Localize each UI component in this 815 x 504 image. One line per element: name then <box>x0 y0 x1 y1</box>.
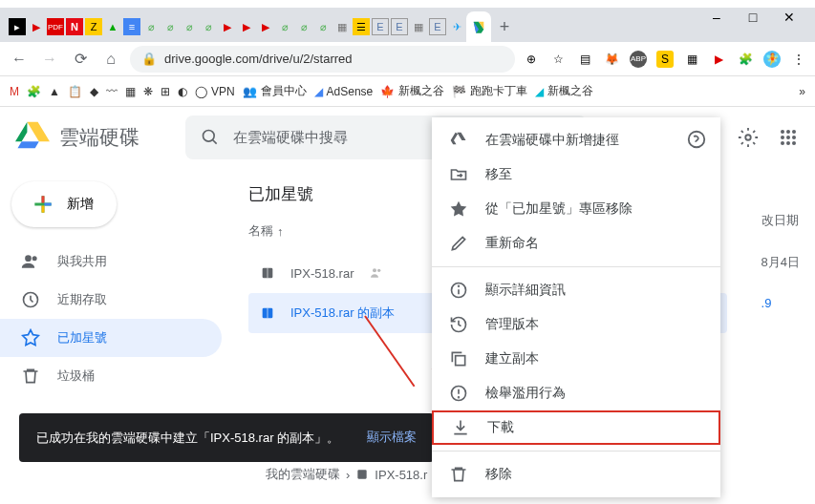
tab-favicon[interactable]: ▦ <box>410 18 427 35</box>
svg-point-24 <box>459 285 460 286</box>
tab-favicon[interactable]: ⌀ <box>142 18 160 35</box>
ctx-move[interactable]: 移至 <box>432 158 720 192</box>
ext-icon[interactable]: ▶ <box>710 51 727 68</box>
help-icon[interactable] <box>686 129 707 150</box>
tab-favicon[interactable]: N <box>66 18 83 35</box>
bookmark-item[interactable]: 〰 <box>106 85 118 98</box>
trash-icon <box>449 465 468 484</box>
bookmark-item[interactable]: 🧩 <box>27 85 41 98</box>
tab-favicon[interactable]: ▲ <box>104 18 121 35</box>
info-icon <box>449 281 468 300</box>
drive-logo[interactable]: 雲端硬碟 <box>15 120 139 155</box>
tab-favicon[interactable]: Z <box>85 18 102 35</box>
svg-point-8 <box>792 136 796 139</box>
svg-point-21 <box>689 132 705 148</box>
sidebar-item-trash[interactable]: 垃圾桶 <box>0 357 222 395</box>
tab-favicon[interactable]: ⌀ <box>161 18 179 35</box>
star-icon[interactable]: ☆ <box>549 51 567 68</box>
ctx-label: 在雲端硬碟中新增捷徑 <box>485 132 619 149</box>
settings-icon[interactable] <box>737 126 760 149</box>
separator <box>432 266 720 267</box>
sidebar-item-starred[interactable]: 已加星號 <box>0 319 222 357</box>
tab-favicon[interactable]: ✈ <box>448 18 465 35</box>
tab-favicon[interactable]: ☰ <box>353 18 370 35</box>
ctx-rename[interactable]: 重新命名 <box>432 226 720 261</box>
ext-icon[interactable]: 🧚 <box>763 51 781 68</box>
bookmark-more[interactable]: » <box>799 85 805 98</box>
ctx-report[interactable]: 檢舉濫用行為 <box>432 376 720 410</box>
bookmark-item[interactable]: ◯VPN <box>195 85 235 98</box>
folder-move-icon <box>449 165 468 184</box>
new-button[interactable]: 新增 <box>11 181 117 227</box>
tab-favicon[interactable]: ▶ <box>219 18 236 35</box>
tab-favicon[interactable]: ⌀ <box>200 18 217 35</box>
tab-favicon[interactable]: ⌀ <box>314 18 332 35</box>
breadcrumb-root[interactable]: 我的雲端硬碟 <box>266 466 340 483</box>
bookmark-item[interactable]: ⊞ <box>161 85 170 98</box>
tab-favicon[interactable]: ▶ <box>28 18 45 35</box>
ctx-shortcut[interactable]: 在雲端硬碟中新增捷徑 <box>432 123 720 158</box>
menu-icon[interactable]: ⋮ <box>790 51 807 68</box>
archive-icon <box>355 468 369 481</box>
drive-title: 雲端硬碟 <box>59 124 139 151</box>
add-icon[interactable]: ⊕ <box>523 51 540 68</box>
download-icon <box>451 418 470 437</box>
tab-favicon[interactable]: ⌀ <box>181 18 198 35</box>
tab-favicon[interactable]: E <box>429 18 446 35</box>
bookmark-item[interactable]: 📋 <box>68 85 82 98</box>
bookmark-item[interactable]: 👥會員中心 <box>243 83 307 99</box>
column-date[interactable]: 改日期 <box>761 212 800 229</box>
home-button[interactable]: ⌂ <box>99 48 122 71</box>
bookmark-item[interactable]: M <box>10 85 19 98</box>
ctx-label: 檢舉濫用行為 <box>485 385 566 402</box>
ctx-label: 建立副本 <box>485 350 539 368</box>
back-button[interactable]: ← <box>8 48 31 71</box>
sidebar-item-recent[interactable]: 近期存取 <box>0 281 222 319</box>
tab-favicon[interactable]: E <box>372 18 389 35</box>
tab-favicon[interactable]: E <box>391 18 408 35</box>
bookmark-item[interactable]: 🏁跑跑卡丁車 <box>452 83 527 99</box>
active-tab[interactable] <box>466 11 491 42</box>
new-tab-button[interactable]: + <box>491 13 518 40</box>
window-close[interactable]: ✕ <box>783 10 796 25</box>
bookmark-item[interactable]: ▲ <box>49 85 60 98</box>
ext-icon[interactable]: ABP <box>630 51 647 68</box>
bookmark-item[interactable]: ▦ <box>125 85 136 98</box>
ext-icon[interactable]: 🦊 <box>603 51 620 68</box>
url-field[interactable]: 🔒 drive.google.com/drive/u/2/starred <box>130 46 515 73</box>
tab-favicon[interactable]: ⌀ <box>295 18 312 35</box>
ext-icon[interactable]: S <box>656 51 674 68</box>
sidebar-item-shared[interactable]: 與我共用 <box>0 242 222 281</box>
tab-favicon[interactable]: ▦ <box>333 18 351 35</box>
reload-button[interactable]: ⟳ <box>69 48 92 71</box>
ctx-remove[interactable]: 移除 <box>432 457 720 492</box>
ctx-copy[interactable]: 建立副本 <box>432 342 720 376</box>
tab-favicon[interactable]: ⌀ <box>276 18 293 35</box>
breadcrumb-file: IPX-518.r <box>375 468 427 482</box>
tab-favicon[interactable]: ≡ <box>123 18 140 35</box>
ext-icon[interactable]: ▦ <box>683 51 700 68</box>
ctx-details[interactable]: 顯示詳細資訊 <box>432 273 720 307</box>
ext-icon[interactable]: ▤ <box>576 51 593 68</box>
tab-favicon[interactable]: PDF <box>47 18 64 35</box>
tab-favicon[interactable]: ▶ <box>238 18 255 35</box>
bookmark-item[interactable]: ◐ <box>178 85 187 98</box>
forward-button[interactable]: → <box>38 48 61 71</box>
ctx-unstar[interactable]: 從「已加星號」專區移除 <box>432 192 720 226</box>
bookmark-item[interactable]: ❋ <box>143 85 153 98</box>
tab-favicon[interactable]: ▸ <box>9 18 26 35</box>
ctx-download[interactable]: 下載 <box>432 410 720 445</box>
bookmark-item[interactable]: ◢AdSense <box>314 85 374 98</box>
svg-point-2 <box>745 135 751 140</box>
window-minimize[interactable]: – <box>710 10 723 25</box>
bookmark-item[interactable]: 🍁新楓之谷 <box>380 83 444 99</box>
toast-action[interactable]: 顯示檔案 <box>367 429 417 446</box>
lock-icon: 🔒 <box>141 52 157 66</box>
apps-icon[interactable] <box>777 126 800 149</box>
bookmark-item[interactable]: ◆ <box>90 85 98 98</box>
window-maximize[interactable]: □ <box>746 10 760 25</box>
ctx-versions[interactable]: 管理版本 <box>432 307 720 342</box>
tab-favicon[interactable]: ▶ <box>257 18 274 35</box>
ext-icon[interactable]: 🧩 <box>737 51 754 68</box>
bookmark-item[interactable]: ◢新楓之谷 <box>535 83 593 99</box>
